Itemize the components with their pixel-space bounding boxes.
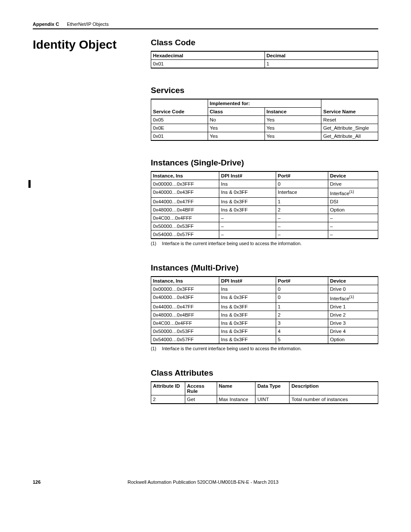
th-dec: Decimal <box>265 51 378 60</box>
table-row: 0x4C00…0x4FFF––– <box>151 214 378 222</box>
th-service-name: Service Name <box>321 99 378 116</box>
table-row: 0x00000…0x3FFFIns0Drive <box>151 180 378 188</box>
instances-single-section: Instances (Single-Drive) Instance, Ins D… <box>151 158 378 246</box>
table-row: 2 Get Max Instance UINT Total number of … <box>151 395 378 404</box>
class-attributes-section: Class Attributes Attribute ID Access Rul… <box>151 368 378 404</box>
table-row: 0x44000…0x47FFIns & 0x3FF1Drive 1 <box>151 302 378 311</box>
publication-info: Rockwell Automation Publication 520COM-U… <box>40 479 365 485</box>
table-row: 0x40000…0x43FFIns & 0x3FFInterfaceInterf… <box>151 188 378 198</box>
class-code-section: Class Code Hexadecimal Decimal 0x01 1 <box>151 38 378 68</box>
header-rule <box>33 28 378 29</box>
instances-single-heading: Instances (Single-Drive) <box>151 158 378 168</box>
table-row: 0x54000…0x57FF––– <box>151 230 378 239</box>
table-row: 0x01 Yes Yes Get_Attribute_All <box>151 132 378 141</box>
instances-single-table: Instance, Ins DPI Inst# Port# Device 0x0… <box>151 171 378 239</box>
instances-multi-section: Instances (Multi-Drive) Instance, Ins DP… <box>151 263 378 351</box>
table-row: 0x44000…0x47FFIns & 0x3FF1DSI <box>151 197 378 205</box>
instances-single-footnote: (1) Interface is the current interface b… <box>151 241 378 246</box>
table-row: 0x4C00…0x4FFFIns & 0x3FF3Drive 3 <box>151 319 378 327</box>
instances-multi-footnote: (1) Interface is the current interface b… <box>151 346 378 351</box>
page-title: Identity Object <box>33 38 132 52</box>
table-row: 0x40000…0x43FFIns & 0x3FF0Interface(1) <box>151 293 378 302</box>
services-table: Service Code Implemented for: Service Na… <box>151 99 378 141</box>
table-row: 0x01 1 <box>151 60 378 68</box>
class-code-heading: Class Code <box>151 38 378 47</box>
header-appendix: Appendix C <box>33 22 59 27</box>
th-class: Class <box>208 108 265 116</box>
table-row: 0x48000…0x4BFFIns & 0x3FF2Option <box>151 205 378 214</box>
services-heading: Services <box>151 86 378 95</box>
instances-multi-heading: Instances (Multi-Drive) <box>151 263 378 273</box>
table-row: 0x00000…0x3FFFIns0Drive 0 <box>151 285 378 293</box>
change-bar-icon <box>28 180 31 188</box>
running-header: Appendix C EtherNet/IP Objects <box>33 22 378 27</box>
table-row: 0x48000…0x4BFFIns & 0x3FF2Drive 2 <box>151 311 378 319</box>
instances-multi-table: Instance, Ins DPI Inst# Port# Device 0x0… <box>151 276 378 344</box>
class-code-table: Hexadecimal Decimal 0x01 1 <box>151 51 378 68</box>
th-service-code: Service Code <box>151 99 208 116</box>
class-attributes-table: Attribute ID Access Rule Name Data Type … <box>151 381 378 404</box>
header-title: EtherNet/IP Objects <box>67 22 109 27</box>
class-attributes-heading: Class Attributes <box>151 368 378 378</box>
table-row: 0x50000…0x53FFIns & 0x3FF4Drive 4 <box>151 327 378 335</box>
page-footer: 126 Rockwell Automation Publication 520C… <box>33 479 378 485</box>
table-row: 0x05 No Yes Reset <box>151 116 378 124</box>
th-implemented-for: Implemented for: <box>208 99 321 108</box>
th-instance: Instance <box>265 108 321 116</box>
th-hex: Hexadecimal <box>151 51 265 60</box>
page-number: 126 <box>33 479 40 485</box>
services-section: Services Service Code Implemented for: S… <box>151 86 378 141</box>
table-row: 0x54000…0x57FFIns & 0x3FF5Option <box>151 335 378 344</box>
table-row: 0x50000…0x53FF––– <box>151 222 378 230</box>
table-row: 0x0E Yes Yes Get_Attribute_Single <box>151 124 378 132</box>
